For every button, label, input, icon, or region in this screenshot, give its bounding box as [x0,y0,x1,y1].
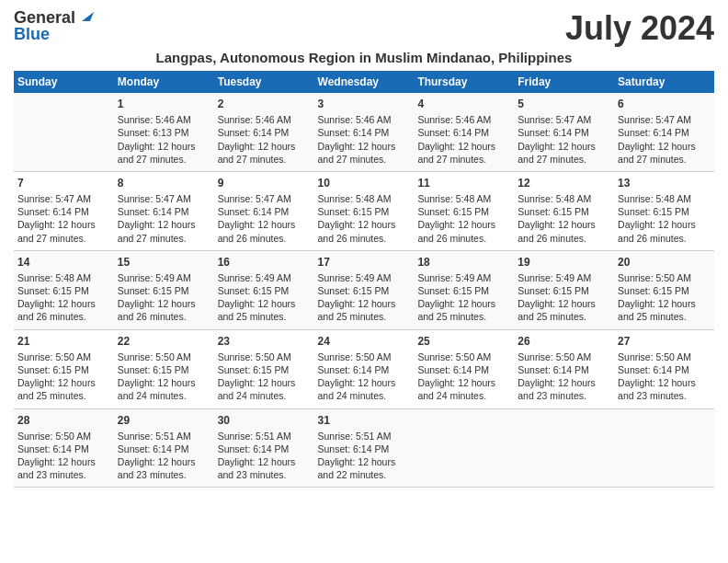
calendar-cell: 21Sunrise: 5:50 AM Sunset: 6:15 PM Dayli… [14,329,114,408]
month-year-title: July 2024 [565,9,714,48]
calendar-cell: 3Sunrise: 5:46 AM Sunset: 6:14 PM Daylig… [314,93,415,171]
day-number: 19 [518,255,610,270]
calendar-header-row: SundayMondayTuesdayWednesdayThursdayFrid… [14,71,714,93]
calendar-cell: 16Sunrise: 5:49 AM Sunset: 6:15 PM Dayli… [214,250,314,329]
calendar-week-row: 21Sunrise: 5:50 AM Sunset: 6:15 PM Dayli… [14,329,714,408]
day-number: 25 [417,334,510,349]
day-number: 8 [118,176,210,190]
calendar-cell: 5Sunrise: 5:47 AM Sunset: 6:14 PM Daylig… [514,93,614,171]
day-number: 4 [417,97,510,111]
logo-blue-text: Blue [14,26,50,42]
day-info: Sunrise: 5:50 AM Sunset: 6:15 PM Dayligh… [618,271,711,324]
day-number: 28 [17,413,110,428]
day-info: Sunrise: 5:49 AM Sunset: 6:15 PM Dayligh… [118,271,210,324]
day-info: Sunrise: 5:46 AM Sunset: 6:14 PM Dayligh… [218,113,311,166]
day-number: 27 [618,334,711,349]
logo: General Blue [14,9,94,42]
day-number: 17 [318,255,411,270]
calendar-week-row: 7Sunrise: 5:47 AM Sunset: 6:14 PM Daylig… [14,171,714,250]
header-day-friday: Friday [514,71,614,93]
calendar-cell: 19Sunrise: 5:49 AM Sunset: 6:15 PM Dayli… [514,250,614,329]
day-number: 7 [17,176,110,190]
calendar-cell: 11Sunrise: 5:48 AM Sunset: 6:15 PM Dayli… [414,171,514,250]
calendar-cell: 26Sunrise: 5:50 AM Sunset: 6:14 PM Dayli… [514,329,614,408]
day-info: Sunrise: 5:46 AM Sunset: 6:14 PM Dayligh… [417,113,510,166]
calendar-cell: 4Sunrise: 5:46 AM Sunset: 6:14 PM Daylig… [414,93,514,171]
day-number: 20 [618,255,711,270]
page-header: General Blue July 2024 [14,9,714,48]
calendar-cell: 22Sunrise: 5:50 AM Sunset: 6:15 PM Dayli… [114,329,214,408]
calendar-cell: 6Sunrise: 5:47 AM Sunset: 6:14 PM Daylig… [614,93,714,171]
header-day-saturday: Saturday [614,71,714,93]
calendar-cell: 30Sunrise: 5:51 AM Sunset: 6:14 PM Dayli… [214,408,314,488]
calendar-cell: 14Sunrise: 5:48 AM Sunset: 6:15 PM Dayli… [14,250,114,329]
calendar-cell: 25Sunrise: 5:50 AM Sunset: 6:14 PM Dayli… [414,329,514,408]
calendar-cell: 2Sunrise: 5:46 AM Sunset: 6:14 PM Daylig… [214,93,314,171]
day-info: Sunrise: 5:46 AM Sunset: 6:13 PM Dayligh… [118,113,210,166]
day-info: Sunrise: 5:48 AM Sunset: 6:15 PM Dayligh… [318,192,411,245]
day-number: 5 [518,97,610,111]
calendar-cell: 24Sunrise: 5:50 AM Sunset: 6:14 PM Dayli… [314,329,415,408]
calendar-cell: 1Sunrise: 5:46 AM Sunset: 6:13 PM Daylig… [114,93,214,171]
day-number: 18 [417,255,510,270]
calendar-table: SundayMondayTuesdayWednesdayThursdayFrid… [14,71,714,488]
calendar-cell [14,93,114,171]
day-info: Sunrise: 5:49 AM Sunset: 6:15 PM Dayligh… [218,271,311,324]
day-number: 31 [318,413,411,428]
day-info: Sunrise: 5:49 AM Sunset: 6:15 PM Dayligh… [417,271,510,324]
day-info: Sunrise: 5:50 AM Sunset: 6:14 PM Dayligh… [417,350,510,403]
calendar-cell: 18Sunrise: 5:49 AM Sunset: 6:15 PM Dayli… [414,250,514,329]
day-info: Sunrise: 5:50 AM Sunset: 6:15 PM Dayligh… [118,350,210,403]
day-number: 26 [518,334,610,349]
day-info: Sunrise: 5:51 AM Sunset: 6:14 PM Dayligh… [318,430,411,482]
day-info: Sunrise: 5:50 AM Sunset: 6:14 PM Dayligh… [618,350,711,403]
day-number: 21 [17,334,110,349]
calendar-cell: 12Sunrise: 5:48 AM Sunset: 6:15 PM Dayli… [514,171,614,250]
day-number: 30 [218,413,311,428]
day-number: 29 [118,413,210,428]
day-number: 1 [118,97,210,111]
svg-marker-0 [82,12,94,21]
logo-general-text: General [14,9,75,26]
day-number: 23 [218,334,311,349]
day-info: Sunrise: 5:48 AM Sunset: 6:15 PM Dayligh… [17,271,110,324]
calendar-cell: 27Sunrise: 5:50 AM Sunset: 6:14 PM Dayli… [614,329,714,408]
day-info: Sunrise: 5:51 AM Sunset: 6:14 PM Dayligh… [118,430,210,482]
day-info: Sunrise: 5:47 AM Sunset: 6:14 PM Dayligh… [218,192,311,245]
day-info: Sunrise: 5:46 AM Sunset: 6:14 PM Dayligh… [318,113,411,166]
calendar-cell: 9Sunrise: 5:47 AM Sunset: 6:14 PM Daylig… [214,171,314,250]
day-number: 16 [218,255,311,270]
calendar-cell [514,408,614,488]
day-number: 10 [318,176,411,190]
day-info: Sunrise: 5:50 AM Sunset: 6:15 PM Dayligh… [218,350,311,403]
header-day-tuesday: Tuesday [214,71,314,93]
calendar-cell: 15Sunrise: 5:49 AM Sunset: 6:15 PM Dayli… [114,250,214,329]
calendar-week-row: 14Sunrise: 5:48 AM Sunset: 6:15 PM Dayli… [14,250,714,329]
header-day-sunday: Sunday [14,71,114,93]
day-number: 14 [17,255,110,270]
day-number: 11 [417,176,510,190]
calendar-cell: 29Sunrise: 5:51 AM Sunset: 6:14 PM Dayli… [114,408,214,488]
day-info: Sunrise: 5:48 AM Sunset: 6:15 PM Dayligh… [518,192,610,245]
day-info: Sunrise: 5:47 AM Sunset: 6:14 PM Dayligh… [618,113,711,166]
day-info: Sunrise: 5:50 AM Sunset: 6:14 PM Dayligh… [318,350,411,403]
logo-bird-icon [77,8,94,25]
calendar-cell [614,408,714,488]
calendar-cell: 17Sunrise: 5:49 AM Sunset: 6:15 PM Dayli… [314,250,415,329]
day-number: 9 [218,176,311,190]
day-number: 22 [118,334,210,349]
calendar-cell [414,408,514,488]
calendar-cell: 10Sunrise: 5:48 AM Sunset: 6:15 PM Dayli… [314,171,415,250]
day-info: Sunrise: 5:51 AM Sunset: 6:14 PM Dayligh… [218,430,311,482]
day-info: Sunrise: 5:50 AM Sunset: 6:14 PM Dayligh… [518,350,610,403]
calendar-cell: 7Sunrise: 5:47 AM Sunset: 6:14 PM Daylig… [14,171,114,250]
day-number: 2 [218,97,311,111]
calendar-cell: 8Sunrise: 5:47 AM Sunset: 6:14 PM Daylig… [114,171,214,250]
day-info: Sunrise: 5:50 AM Sunset: 6:15 PM Dayligh… [17,350,110,403]
calendar-cell: 23Sunrise: 5:50 AM Sunset: 6:15 PM Dayli… [214,329,314,408]
day-info: Sunrise: 5:48 AM Sunset: 6:15 PM Dayligh… [417,192,510,245]
day-number: 12 [518,176,610,190]
calendar-cell: 13Sunrise: 5:48 AM Sunset: 6:15 PM Dayli… [614,171,714,250]
day-info: Sunrise: 5:49 AM Sunset: 6:15 PM Dayligh… [318,271,411,324]
day-number: 24 [318,334,411,349]
